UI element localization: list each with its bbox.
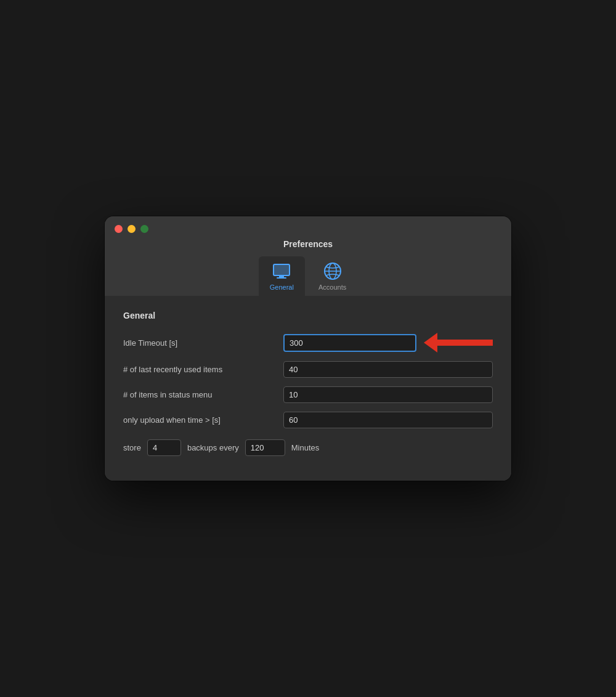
tab-accounts-label: Accounts [318, 283, 346, 291]
status-menu-items-row: # of items in status menu [123, 386, 493, 403]
window-title: Preferences [283, 239, 333, 249]
lru-items-label: # of last recently used items [123, 365, 283, 374]
svg-rect-1 [279, 275, 284, 277]
store-backups-row: store backups every Minutes [123, 439, 493, 456]
lru-items-row: # of last recently used items [123, 361, 493, 378]
idle-timeout-row: Idle Timeout [s] [123, 333, 493, 353]
idle-timeout-input[interactable] [283, 334, 416, 352]
minutes-label: Minutes [291, 443, 320, 452]
toolbar-tabs: General Accounts [259, 256, 357, 296]
titlebar: Preferences General [105, 216, 511, 296]
status-menu-items-label: # of items in status menu [123, 390, 283, 399]
svg-rect-0 [274, 264, 290, 275]
tab-accounts[interactable]: Accounts [307, 256, 357, 296]
accounts-icon [323, 261, 342, 281]
minimize-button[interactable] [128, 225, 136, 233]
window-controls [115, 225, 148, 233]
tab-general[interactable]: General [259, 256, 305, 296]
general-icon [272, 261, 291, 281]
svg-rect-2 [277, 277, 286, 279]
backups-every-input[interactable] [245, 439, 285, 456]
status-menu-items-input[interactable] [283, 386, 493, 403]
section-title: General [123, 311, 493, 320]
preferences-window: Preferences General [105, 216, 511, 481]
content-area: General Idle Timeout [s] # of last recen… [105, 296, 511, 481]
lru-items-input[interactable] [283, 361, 493, 378]
backups-every-label: backups every [187, 443, 239, 452]
maximize-button[interactable] [140, 225, 148, 233]
arrow-annotation [424, 333, 493, 353]
upload-time-input[interactable] [283, 412, 493, 428]
upload-time-label: only upload when time > [s] [123, 415, 283, 425]
upload-time-row: only upload when time > [s] [123, 412, 493, 428]
idle-timeout-label: Idle Timeout [s] [123, 338, 283, 348]
tab-general-label: General [270, 283, 294, 291]
store-input[interactable] [147, 439, 181, 456]
store-label: store [123, 443, 141, 452]
close-button[interactable] [115, 225, 123, 233]
